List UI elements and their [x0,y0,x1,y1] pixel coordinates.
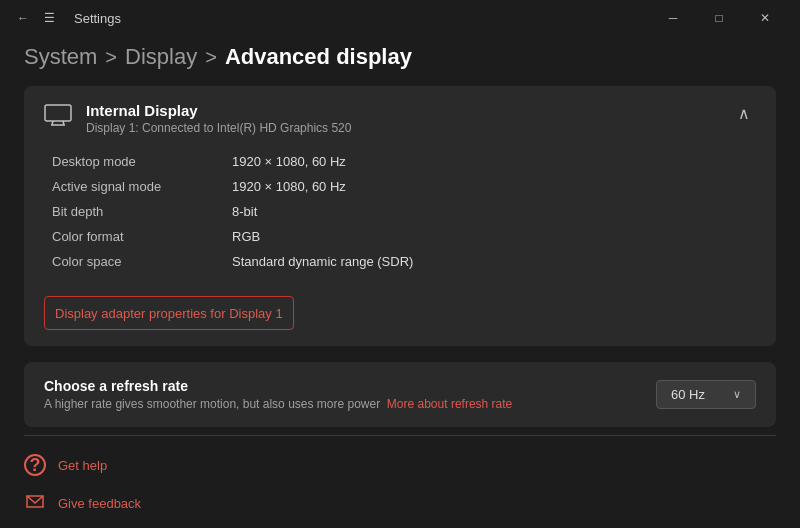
close-button[interactable]: ✕ [742,0,788,36]
breadcrumb-sep2: > [205,46,217,69]
monitor-icon [44,104,72,132]
menu-button[interactable]: ☰ [38,7,60,29]
display-header: Internal Display Display 1: Connected to… [44,102,756,135]
prop-row-signal-mode: Active signal mode 1920 × 1080, 60 Hz [52,174,756,199]
breadcrumb-sep1: > [105,46,117,69]
display-title: Internal Display [86,102,351,119]
refresh-title: Choose a refresh rate [44,378,512,394]
breadcrumb-advanced-display: Advanced display [225,44,412,70]
get-help-label[interactable]: Get help [58,458,107,473]
app-title: Settings [74,11,121,26]
prop-row-color-space: Color space Standard dynamic range (SDR) [52,249,756,274]
prop-value-bit-depth: 8-bit [232,204,257,219]
svg-rect-0 [45,105,71,121]
get-help-icon: ? [24,454,46,476]
titlebar-controls: ← ☰ [12,7,60,29]
refresh-desc: A higher rate gives smoother motion, but… [44,397,512,411]
minimize-button[interactable]: ─ [650,0,696,36]
prop-row-bit-depth: Bit depth 8-bit [52,199,756,224]
prop-label-signal-mode: Active signal mode [52,179,232,194]
back-button[interactable]: ← [12,7,34,29]
prop-label-color-space: Color space [52,254,232,269]
refresh-rate-link[interactable]: More about refresh rate [387,397,512,411]
collapse-button[interactable]: ∧ [732,102,756,125]
adapter-link-border: Display adapter properties for Display 1 [44,296,294,330]
adapter-link-container: Display adapter properties for Display 1 [44,286,756,330]
display-subtitle: Display 1: Connected to Intel(R) HD Grap… [86,121,351,135]
refresh-rate-value: 60 Hz [671,387,705,402]
titlebar: ← ☰ Settings ─ □ ✕ [0,0,800,36]
display-info: Internal Display Display 1: Connected to… [86,102,351,135]
adapter-properties-link[interactable]: Display adapter properties for Display 1 [55,306,283,321]
divider [24,435,776,436]
get-help-item[interactable]: ? Get help [24,450,776,480]
refresh-rate-dropdown[interactable]: 60 Hz ∨ [656,380,756,409]
display-card: Internal Display Display 1: Connected to… [24,86,776,346]
main-content: Internal Display Display 1: Connected to… [0,86,800,427]
refresh-desc-text: A higher rate gives smoother motion, but… [44,397,380,411]
prop-label-color-format: Color format [52,229,232,244]
prop-value-desktop-mode: 1920 × 1080, 60 Hz [232,154,346,169]
properties-table: Desktop mode 1920 × 1080, 60 Hz Active s… [44,149,756,274]
maximize-button[interactable]: □ [696,0,742,36]
display-header-left: Internal Display Display 1: Connected to… [44,102,351,135]
breadcrumb: System > Display > Advanced display [0,36,800,86]
prop-value-color-space: Standard dynamic range (SDR) [232,254,413,269]
breadcrumb-system[interactable]: System [24,44,97,70]
give-feedback-label[interactable]: Give feedback [58,496,141,511]
dropdown-arrow-icon: ∨ [733,388,741,401]
prop-label-desktop-mode: Desktop mode [52,154,232,169]
prop-label-bit-depth: Bit depth [52,204,232,219]
prop-value-signal-mode: 1920 × 1080, 60 Hz [232,179,346,194]
breadcrumb-display[interactable]: Display [125,44,197,70]
refresh-left: Choose a refresh rate A higher rate give… [44,378,512,411]
bottom-nav: ? Get help Give feedback [0,419,800,528]
window-controls: ─ □ ✕ [650,0,788,36]
prop-value-color-format: RGB [232,229,260,244]
give-feedback-item[interactable]: Give feedback [24,488,776,518]
prop-row-color-format: Color format RGB [52,224,756,249]
prop-row-desktop-mode: Desktop mode 1920 × 1080, 60 Hz [52,149,756,174]
refresh-rate-section: Choose a refresh rate A higher rate give… [24,362,776,427]
feedback-icon [24,492,46,514]
